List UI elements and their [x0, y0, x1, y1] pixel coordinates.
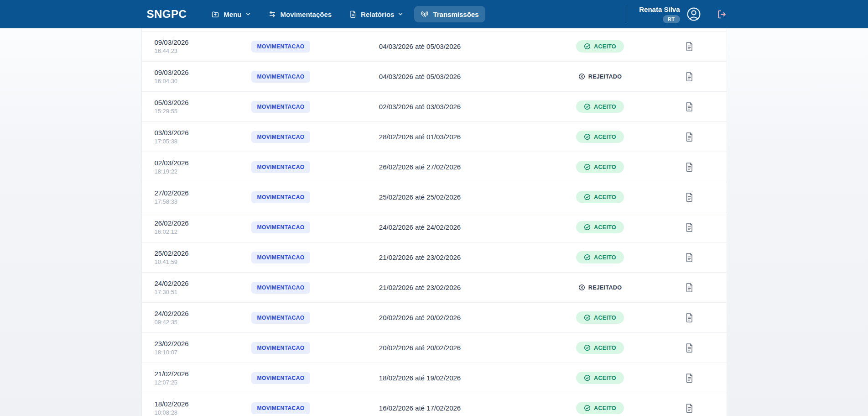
- folder-plus-icon: [211, 10, 219, 18]
- view-document-button[interactable]: [685, 222, 694, 232]
- transmission-date: 02/03/2026: [155, 159, 238, 167]
- content-area: 09/03/2026 16:44:23 MOVIMENTACAO 04/03/2…: [0, 28, 868, 416]
- status-badge: REJEITADO: [578, 73, 622, 80]
- status-badge: ACEITO: [576, 402, 624, 414]
- view-document-button[interactable]: [685, 313, 694, 323]
- check-circle-icon: [584, 103, 591, 110]
- app-logo[interactable]: SNGPC: [147, 8, 187, 21]
- status-label: ACEITO: [594, 224, 616, 231]
- view-document-button[interactable]: [685, 132, 694, 142]
- view-document-button[interactable]: [685, 283, 694, 293]
- nav-item-label: Menu: [223, 11, 241, 18]
- table-row: 21/02/2026 12:07:25 MOVIMENTACAO 18/02/2…: [142, 363, 727, 393]
- table-row: 27/02/2026 17:58:33 MOVIMENTACAO 25/02/2…: [142, 182, 727, 212]
- type-badge: MOVIMENTACAO: [251, 312, 311, 324]
- report-icon: [349, 10, 357, 18]
- table-row: 24/02/2026 09:42:35 MOVIMENTACAO 20/02/2…: [142, 303, 727, 333]
- transmission-time: 16:04:30: [155, 78, 238, 84]
- view-document-button[interactable]: [685, 192, 694, 202]
- transmission-time: 17:05:38: [155, 138, 238, 145]
- transmission-date: 18/02/2026: [155, 400, 238, 408]
- status-label: ACEITO: [594, 104, 616, 110]
- status-cell: ACEITO: [516, 402, 685, 414]
- check-circle-icon: [584, 224, 591, 231]
- table-row: 09/03/2026 16:04:30 MOVIMENTACAO 04/03/2…: [142, 62, 727, 92]
- date-cell: 02/03/2026 18:19:22: [142, 159, 238, 175]
- date-cell: 18/02/2026 10:08:28: [142, 400, 238, 416]
- x-circle-icon: [578, 284, 585, 291]
- document-cell: [685, 222, 727, 232]
- document-cell: [685, 373, 727, 383]
- view-document-button[interactable]: [685, 343, 694, 353]
- period-range: 04/03/2026 até 05/03/2026: [324, 42, 516, 50]
- type-badge: MOVIMENTACAO: [251, 402, 311, 414]
- type-badge: MOVIMENTACAO: [251, 71, 311, 83]
- status-label: ACEITO: [594, 405, 616, 411]
- view-document-button[interactable]: [685, 373, 694, 383]
- user-menu[interactable]: Renata Silva RT: [639, 5, 680, 23]
- check-circle-icon: [584, 314, 591, 321]
- view-document-button[interactable]: [685, 253, 694, 263]
- date-cell: 26/02/2026 16:02:12: [142, 219, 238, 235]
- check-circle-icon: [584, 344, 591, 351]
- status-cell: REJEITADO: [516, 284, 685, 291]
- view-document-button[interactable]: [685, 42, 694, 52]
- period-range: 04/03/2026 até 05/03/2026: [324, 73, 516, 80]
- status-cell: ACEITO: [516, 311, 685, 324]
- nav-item-menu[interactable]: Menu: [205, 6, 257, 22]
- period-range: 28/02/2026 até 01/03/2026: [324, 133, 516, 141]
- check-circle-icon: [584, 43, 591, 50]
- document-icon: [685, 403, 694, 413]
- table-row: 02/03/2026 18:19:22 MOVIMENTACAO 26/02/2…: [142, 152, 727, 182]
- date-cell: 05/03/2026 15:29:55: [142, 99, 238, 115]
- transmission-time: 10:08:28: [155, 409, 238, 416]
- table-row: 23/02/2026 18:10:07 MOVIMENTACAO 20/02/2…: [142, 333, 727, 363]
- status-label: ACEITO: [594, 164, 616, 170]
- chevron-down-icon: [245, 11, 251, 17]
- view-document-button[interactable]: [685, 72, 694, 82]
- view-document-button[interactable]: [685, 403, 694, 413]
- status-cell: REJEITADO: [516, 73, 685, 80]
- status-label: ACEITO: [594, 43, 616, 50]
- table-row: 09/03/2026 16:44:23 MOVIMENTACAO 04/03/2…: [142, 32, 727, 62]
- nav-item-label: Movimentações: [281, 11, 332, 18]
- type-cell: MOVIMENTACAO: [238, 221, 324, 233]
- period-range: 20/02/2026 até 20/02/2026: [324, 344, 516, 352]
- document-cell: [685, 403, 727, 413]
- swap-arrows-icon: [268, 10, 276, 18]
- type-cell: MOVIMENTACAO: [238, 71, 324, 83]
- view-document-button[interactable]: [685, 102, 694, 112]
- period-range: 16/02/2026 até 17/02/2026: [324, 404, 516, 412]
- date-cell: 21/02/2026 12:07:25: [142, 370, 238, 386]
- status-badge: ACEITO: [576, 372, 624, 384]
- status-badge: ACEITO: [576, 342, 624, 354]
- nav-divider: [626, 6, 626, 22]
- status-badge: ACEITO: [576, 191, 624, 203]
- type-cell: MOVIMENTACAO: [238, 101, 324, 113]
- main-nav: MenuMovimentaçõesRelatóriosTransmissões: [205, 6, 485, 22]
- view-document-button[interactable]: [685, 162, 694, 172]
- status-label: ACEITO: [594, 345, 616, 351]
- document-icon: [685, 132, 694, 142]
- logout-button[interactable]: [717, 9, 727, 20]
- status-badge: ACEITO: [576, 100, 624, 113]
- x-circle-icon: [578, 73, 585, 80]
- nav-item-movimentacoes[interactable]: Movimentações: [262, 6, 338, 22]
- status-badge: ACEITO: [576, 251, 624, 263]
- document-icon: [685, 373, 694, 383]
- broadcast-icon: [421, 10, 429, 18]
- nav-item-transmissoes[interactable]: Transmissões: [414, 6, 485, 22]
- transmission-time: 16:44:23: [155, 47, 238, 54]
- transmission-date: 05/03/2026: [155, 99, 238, 106]
- type-badge: MOVIMENTACAO: [251, 372, 311, 384]
- document-icon: [685, 253, 694, 263]
- transmission-date: 25/02/2026: [155, 249, 238, 257]
- avatar[interactable]: [686, 7, 701, 21]
- status-badge: ACEITO: [576, 311, 624, 324]
- type-badge: MOVIMENTACAO: [251, 252, 311, 263]
- status-badge: ACEITO: [576, 221, 624, 233]
- nav-item-relatorios[interactable]: Relatórios: [343, 6, 410, 22]
- status-badge: ACEITO: [576, 40, 624, 53]
- document-cell: [685, 132, 727, 142]
- status-cell: ACEITO: [516, 251, 685, 263]
